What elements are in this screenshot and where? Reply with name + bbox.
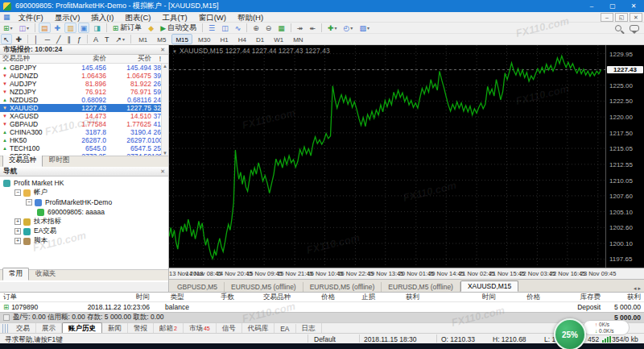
arrows-tool[interactable]: ↗▾	[114, 34, 128, 44]
metaeditor-button[interactable]: ◆	[146, 23, 156, 33]
timeframe-W1[interactable]: W1	[270, 34, 287, 44]
crosshair-tool[interactable]: ✚	[14, 34, 25, 44]
zoom-in-button[interactable]: ⊕	[250, 23, 262, 33]
chat-icon[interactable]	[630, 25, 639, 31]
line-chart-button[interactable]: ∿	[233, 23, 244, 33]
chart-tab-1[interactable]: EURUSD,M5 (offline)	[225, 282, 303, 292]
history-column-6[interactable]: 止损	[338, 293, 378, 302]
channel-tool[interactable]: ∥	[65, 34, 74, 44]
timeframe-M1[interactable]: M1	[134, 34, 151, 44]
history-column-2[interactable]: 类型	[153, 293, 201, 302]
scroll-down-icon[interactable]: ▼	[163, 151, 167, 156]
history-column-5[interactable]: 价格	[294, 293, 338, 302]
vline-tool[interactable]: │	[31, 34, 41, 44]
navigator-tab-0[interactable]: 常用	[2, 268, 29, 280]
zoom-out-button[interactable]: ⊖	[263, 23, 275, 33]
market-watch-row-GBPJPY[interactable]: ▲GBPJPY145.456145.49438	[0, 64, 168, 72]
timeframe-H1[interactable]: H1	[217, 34, 233, 44]
trendline-tool[interactable]: ╱	[54, 34, 63, 44]
navigator-close-icon[interactable]: ✕	[160, 168, 165, 175]
market-watch-row-SP500[interactable]: ▲SP5002773.252774.50125	[0, 152, 168, 156]
profiles-button[interactable]: ◫▾	[17, 23, 32, 33]
history-column-1[interactable]: 时间	[56, 293, 153, 302]
market-watch-row-NZDUSD[interactable]: ▲NZDUSD0.680920.6811624	[0, 96, 168, 104]
close-button[interactable]: ✕	[623, 0, 644, 12]
bar-chart-button[interactable]: ☰	[206, 23, 217, 33]
fibonacci-tool[interactable]: ƒ	[75, 34, 84, 44]
history-column-7[interactable]: 获利	[378, 293, 423, 302]
status-profile[interactable]: Default	[314, 335, 336, 343]
market-watch-row-TECH100[interactable]: ▲TECH1006545.06547.525	[0, 144, 168, 152]
market-watch-row-XAUUSD[interactable]: ▼XAUUSD1227.431227.7532	[0, 104, 168, 112]
chart-tab-2[interactable]: EURUSD,M5 (offline)	[303, 282, 382, 292]
market-watch-button[interactable]: ▤	[39, 23, 51, 33]
hline-tool[interactable]: ─	[43, 34, 52, 44]
tile-windows-button[interactable]: ▦	[275, 23, 287, 33]
menu-item-5[interactable]: 窗口(W)	[193, 13, 232, 22]
tree-item-4[interactable]: +技术指标	[0, 217, 168, 226]
chart-tab-0[interactable]: GBPUSD,M5	[171, 282, 225, 292]
history-column-9[interactable]: 价格	[499, 293, 543, 302]
collapse-icon[interactable]: −	[26, 199, 32, 206]
menu-item-4[interactable]: 工具(T)	[157, 13, 193, 22]
expand-icon[interactable]: +	[14, 218, 21, 225]
data-window-button[interactable]: ✚	[52, 23, 64, 33]
menu-item-2[interactable]: 插入(I)	[85, 13, 119, 22]
menu-item-3[interactable]: 图表(C)	[119, 13, 156, 22]
chart-shift-button[interactable]: ↞	[307, 23, 318, 33]
templates-button[interactable]: ▨▾	[357, 23, 372, 33]
expand-icon[interactable]: +	[14, 238, 21, 244]
search-icon[interactable]	[615, 25, 621, 31]
timeframe-M15[interactable]: M15	[171, 34, 192, 44]
collapse-icon[interactable]: −	[14, 189, 21, 196]
tree-item-0[interactable]: Profit Market HK	[0, 178, 168, 188]
label-tool[interactable]: T	[102, 34, 112, 44]
indicators-button[interactable]: ✚▾	[325, 23, 340, 33]
timeframe-D1[interactable]: D1	[252, 34, 268, 44]
candlestick-button[interactable]: ◫	[219, 23, 231, 33]
timeframe-MN[interactable]: MN	[289, 34, 307, 44]
market-watch-scrollbar[interactable]: ▲ ▼	[161, 64, 168, 156]
market-watch-row-GBPAUD[interactable]: ▼GBPAUD1.775841.7762541	[0, 120, 168, 128]
minimize-button[interactable]: –	[581, 0, 602, 12]
market-watch-close-icon[interactable]: ✕	[160, 47, 165, 53]
mdi-close-button[interactable]: ✕	[630, 13, 642, 22]
chevron-down-icon[interactable]: ▼	[172, 49, 177, 54]
timeframe-M30[interactable]: M30	[194, 34, 215, 44]
balance-row[interactable]: ⊞10798902018.11.22 10:23:06balanceDeposi…	[0, 302, 644, 312]
auto-scroll-button[interactable]: ↠	[295, 23, 306, 33]
menu-item-0[interactable]: 文件(F)	[13, 13, 49, 22]
menu-item-1[interactable]: 显示(V)	[49, 13, 86, 22]
market-watch-tab-0[interactable]: 交易品种	[2, 154, 43, 167]
net-percent-badge[interactable]: 25%	[554, 318, 586, 349]
timeframe-M5[interactable]: M5	[153, 34, 170, 44]
strategy-tester-button[interactable]: ◨	[91, 23, 103, 33]
history-column-3[interactable]: 手数	[201, 293, 237, 302]
scroll-up-icon[interactable]: ▲	[163, 64, 167, 69]
market-watch-tab-1[interactable]: 即时图	[43, 154, 76, 167]
market-watch-row-NZDJPY[interactable]: ▼NZDJPY76.91276.97159	[0, 88, 168, 96]
tree-item-2[interactable]: −ProfitMarketHK-Demo	[0, 197, 168, 207]
maximize-button[interactable]: ▢	[602, 0, 623, 12]
market-watch-row-AUDNZD[interactable]: ▼AUDNZD1.064361.0647539	[0, 72, 168, 80]
tree-item-5[interactable]: +EA交易	[0, 226, 168, 236]
expand-icon[interactable]: +	[14, 228, 21, 235]
market-watch-row-AUDJPY[interactable]: ▼AUDJPY81.89681.92226	[0, 80, 168, 88]
new-order-button[interactable]: ⊞新订单	[110, 23, 145, 33]
history-column-10[interactable]: 库存费	[543, 293, 604, 302]
mdi-minimize-button[interactable]: –	[601, 13, 613, 22]
new-chart-button[interactable]: ⊞▾	[1, 23, 15, 33]
market-watch-row-XAGUSD[interactable]: ▼XAGUSD14.47314.51037	[0, 112, 168, 120]
market-watch-row-HK50[interactable]: ▲HK5026287.026297.0100	[0, 136, 168, 144]
cursor-tool[interactable]: ↖	[1, 34, 12, 44]
dock-grip[interactable]	[2, 324, 8, 334]
history-column-11[interactable]: 获利	[604, 293, 644, 302]
chart-tab-4[interactable]: XAUUSD,M15	[460, 280, 518, 292]
market-watch-row-CHINA300[interactable]: ▲CHINA3003187.83190.426	[0, 128, 168, 136]
history-column-8[interactable]: 时间	[423, 293, 499, 302]
tree-item-6[interactable]: +脚本	[0, 236, 168, 246]
autotrading-button[interactable]: ▶自动交易	[158, 23, 199, 33]
terminal-tab-9[interactable]: EA	[275, 324, 295, 334]
navigator-tab-1[interactable]: 收藏夹	[29, 268, 63, 280]
text-tool[interactable]: A	[91, 34, 101, 44]
